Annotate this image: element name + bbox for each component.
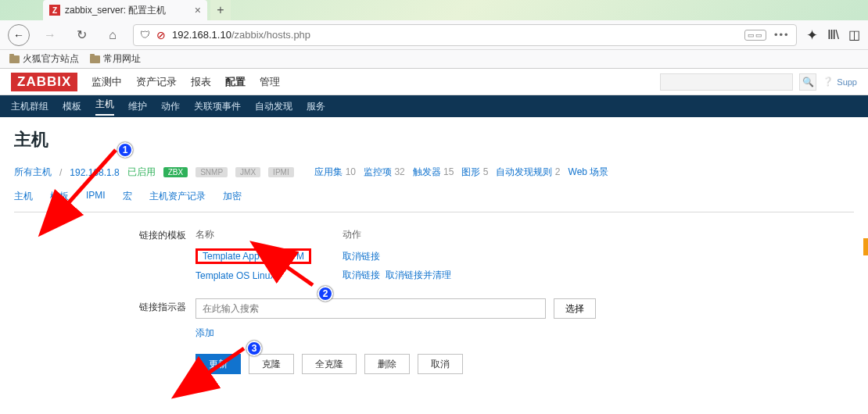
tab-encryption[interactable]: 加密 [223,190,242,212]
subnav-actions[interactable]: 动作 [161,100,180,113]
menu-monitoring[interactable]: 监测中 [91,75,122,89]
breadcrumb-divider: / [59,167,62,178]
badge-jmx: JMX [235,167,260,177]
badge-zbx: ZBX [163,167,188,177]
counter-applications[interactable]: 应用集 10 [314,166,356,179]
zabbix-favicon: Z [49,5,60,16]
forward-button[interactable]: → [39,24,61,46]
label-link-new: 链接指示器 [124,298,186,314]
insecure-icon: ⊘ [156,29,166,41]
counter-items[interactable]: 监控项 32 [364,166,405,179]
search-button[interactable]: 🔍 [799,73,816,91]
folder-icon [90,55,100,63]
tab-inventory[interactable]: 主机资产记录 [149,190,206,212]
new-tab-button[interactable]: + [210,0,231,20]
link-template-input[interactable] [195,298,546,319]
cancel-button[interactable]: 取消 [418,354,463,374]
search-input[interactable] [660,73,793,91]
unlink-php-fpm[interactable]: 取消链接 [343,251,380,262]
col-action: 动作 [343,227,482,246]
reader-icon[interactable]: ▭▭ [744,30,766,41]
sidebar-icon[interactable]: ◫ [848,27,860,42]
breadcrumb-all-hosts[interactable]: 所有主机 [14,166,52,179]
counter-triggers[interactable]: 触发器 15 [413,166,454,179]
unlink-os-linux[interactable]: 取消链接 [343,269,380,280]
url-text: 192.168.1.10/zabbix/hosts.php [172,29,310,41]
label-linked-templates: 链接的模板 [124,227,186,242]
subnav-discovery[interactable]: 自动发现 [255,100,292,113]
subnav-correlation[interactable]: 关联项事件 [194,100,241,113]
bookmark-common-urls[interactable]: 常用网址 [90,52,141,66]
tab-templates[interactable]: 模板 [50,190,69,212]
subnav-templates[interactable]: 模板 [63,100,81,113]
bookmark-firefox-official[interactable]: 火狐官方站点 [9,52,79,66]
breadcrumb-host[interactable]: 192.168.1.8 [70,167,119,178]
shield-icon: 🛡 [140,29,150,41]
url-bar[interactable]: 🛡 ⊘ 192.168.1.10/zabbix/hosts.php ▭▭ ••• [133,24,797,46]
template-php-fpm-link[interactable]: Template App PHP-FPM [203,251,304,262]
tab-macros[interactable]: 宏 [123,190,132,212]
subnav-hostgroups[interactable]: 主机群组 [11,100,48,113]
clone-button[interactable]: 克隆 [249,354,294,374]
counter-web[interactable]: Web 场景 [569,166,609,179]
close-tab-icon[interactable]: × [195,4,201,16]
extension-icon[interactable]: ✦ [806,27,818,44]
subnav-services[interactable]: 服务 [307,100,325,113]
library-icon[interactable]: Ⅲ\ [827,27,839,42]
status-enabled: 已启用 [127,166,156,179]
badge-ipmi: IPMI [268,167,294,177]
badge-snmp: SNMP [195,167,228,177]
page-title: 主机 [14,128,854,152]
menu-administration[interactable]: 管理 [260,75,280,89]
select-template-button[interactable]: 选择 [554,298,596,319]
annotation-2: 2 [317,286,333,302]
browser-tab[interactable]: Z zabbix_server: 配置主机 × [43,0,207,20]
page-actions-icon[interactable]: ••• [774,29,790,41]
tab-ipmi[interactable]: IPMI [86,190,106,212]
annotation-1: 1 [117,142,133,158]
folder-icon [9,55,20,63]
zabbix-logo[interactable]: ZABBIX [11,73,77,91]
tab-title: zabbix_server: 配置主机 [65,4,166,17]
counter-discovery[interactable]: 自动发现规则 2 [496,166,560,179]
add-template-link[interactable]: 添加 [195,327,214,338]
col-name: 名称 [195,227,343,246]
support-link[interactable]: ❔ Supp [823,77,857,87]
reload-button[interactable]: ↻ [70,24,92,46]
menu-configuration[interactable]: 配置 [225,75,246,89]
table-row: Template App PHP-FPM 取消链接 [195,246,482,266]
subnav-hosts[interactable]: 主机 [95,98,114,116]
table-row: Template OS Linux 取消链接 取消链接并清理 [195,266,482,284]
full-clone-button[interactable]: 全克隆 [302,354,357,374]
unlink-clear-os-linux[interactable]: 取消链接并清理 [386,269,451,280]
scrollbar-marker [863,238,868,255]
annotation-3: 3 [246,341,262,356]
menu-reports[interactable]: 报表 [191,75,211,89]
template-os-linux-link[interactable]: Template OS Linux [195,270,274,281]
counter-graphs[interactable]: 图形 5 [461,166,488,179]
update-button[interactable]: 更新 [195,354,241,374]
delete-button[interactable]: 删除 [364,354,410,374]
tab-host[interactable]: 主机 [14,190,33,212]
back-button[interactable]: ← [8,24,30,46]
home-button[interactable]: ⌂ [102,24,124,46]
subnav-maintenance[interactable]: 维护 [128,100,147,113]
menu-inventory[interactable]: 资产记录 [136,75,177,89]
